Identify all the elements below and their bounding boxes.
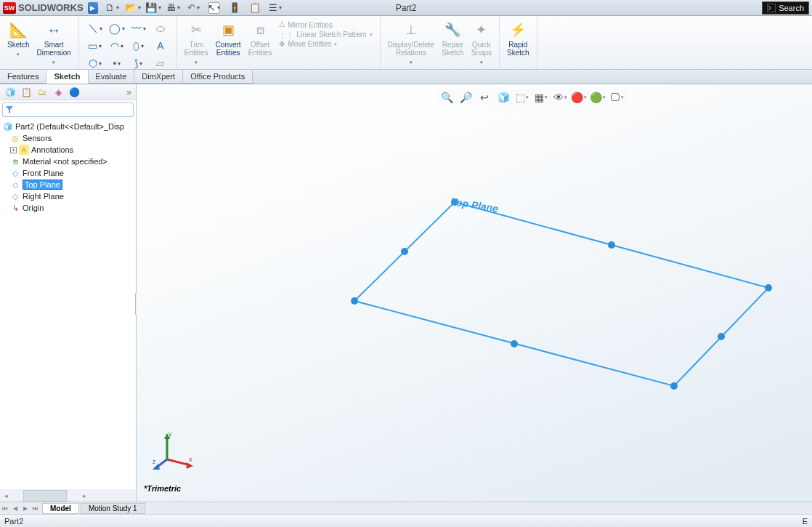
slot-tool[interactable]: ⬭	[150, 20, 171, 36]
svg-marker-14	[186, 462, 193, 469]
new-button[interactable]: 🗋	[107, 2, 118, 14]
filter-icon	[5, 105, 14, 114]
rectangle-tool[interactable]: ▭	[85, 38, 105, 54]
tree-root[interactable]: 🧊 Part2 (Default<<Default>_Disp	[0, 121, 136, 132]
annotations-icon: A	[19, 145, 29, 155]
mirror-label: Mirror Entities	[288, 21, 333, 29]
nav-prev-icon[interactable]: ◀	[10, 505, 20, 512]
display-style-icon[interactable]: ▦	[535, 91, 548, 104]
svg-text:z: z	[153, 458, 156, 465]
sketch-button[interactable]: 📐 Sketch	[4, 19, 33, 60]
snaps-icon: ✦	[476, 20, 487, 39]
sketch-label: Sketch	[7, 41, 30, 49]
nav-first-icon[interactable]: ⏮	[0, 505, 10, 512]
previous-view-icon[interactable]: ↩	[478, 91, 491, 104]
offset-icon: ⧈	[256, 20, 264, 39]
convert-entities-button[interactable]: ▣ Convert Entities	[213, 19, 244, 58]
tree-annotations-label: Annotations	[31, 145, 73, 154]
section-view-icon[interactable]: 🧊	[497, 91, 510, 104]
tree-filter-input[interactable]	[2, 102, 134, 117]
options-button[interactable]: ☰	[269, 2, 281, 14]
tree-front-plane[interactable]: ◇ Front Plane	[0, 167, 136, 179]
spline-tool[interactable]: 〰	[129, 20, 149, 36]
pattern-icon: ⋮⋮	[279, 31, 293, 39]
feature-manager-tab-icon[interactable]: 🧊	[4, 87, 16, 98]
dimension-icon: ↔	[46, 20, 61, 39]
graphics-viewport[interactable]: 🔍 🔎 ↩ 🧊 ⬚ ▦ 👁 🔴 🟢 🖵 Top Plane	[137, 84, 812, 502]
rapid-sketch-button[interactable]: ⚡ Rapid Sketch	[504, 19, 532, 58]
tree-annotations[interactable]: + A Annotations	[0, 144, 136, 156]
tab-features[interactable]: Features	[0, 70, 46, 84]
zoom-fit-icon[interactable]: 🔍	[440, 91, 453, 104]
select-button[interactable]: ↖	[208, 2, 220, 14]
smart-dimension-button[interactable]: ↔ Smart Dimension	[34, 19, 74, 68]
save-button[interactable]: 💾	[147, 2, 159, 14]
tab-dimxpert[interactable]: DimXpert	[134, 70, 183, 84]
feature-tree: 🧊 Part2 (Default<<Default>_Disp ◎ Sensor…	[0, 119, 136, 489]
expand-panel-icon[interactable]: »	[126, 87, 131, 97]
quick-snaps-button[interactable]: ✦ Quick Snaps	[468, 19, 495, 68]
tree-right-plane[interactable]: ◇ Right Plane	[0, 190, 136, 202]
view-settings-icon[interactable]: 🖵	[610, 91, 623, 104]
display-manager-tab-icon[interactable]: 🔵	[68, 87, 80, 98]
move-entities-button[interactable]: ✥Move Entities▾	[279, 40, 372, 48]
clipboard-button[interactable]: 📋	[249, 2, 261, 14]
svg-rect-0	[767, 4, 776, 12]
view-orientation-icon[interactable]: ⬚	[516, 91, 529, 104]
zoom-area-icon[interactable]: 🔎	[459, 91, 472, 104]
polygon-tool[interactable]: ⬡	[85, 55, 105, 71]
repair-icon: 🔧	[444, 20, 460, 39]
nav-last-icon[interactable]: ⏭	[31, 505, 41, 512]
fillet-tool[interactable]: ⟆	[129, 55, 149, 71]
origin-icon: ↳	[10, 203, 20, 213]
app-logo-icon: SW	[3, 2, 16, 14]
rebuild-button[interactable]: 🚦	[229, 2, 240, 14]
circle-tool[interactable]: ◯	[107, 20, 127, 36]
trim-entities-button[interactable]: ✂ Trim Entities	[182, 19, 211, 68]
trim-icon: ✂	[191, 20, 202, 39]
panel-toolbar: 🧊 📋 🗂 ◈ 🔵 »	[0, 84, 136, 100]
tab-sketch[interactable]: Sketch	[46, 70, 88, 84]
repair-sketch-button[interactable]: 🔧 Repair Sketch	[439, 19, 467, 58]
ellipse-tool[interactable]: ⬯	[129, 38, 149, 54]
sidebar-scrollbar[interactable]	[0, 489, 136, 502]
tab-office-products[interactable]: Office Products	[183, 70, 253, 84]
config-manager-tab-icon[interactable]: 🗂	[36, 87, 48, 98]
app-menu-button[interactable]: ▶	[88, 2, 98, 14]
tab-evaluate[interactable]: Evaluate	[89, 70, 135, 84]
orientation-label: *Trimetric	[144, 484, 181, 493]
tree-origin-label: Origin	[23, 204, 44, 212]
plane-tool[interactable]: ▱	[150, 55, 171, 71]
display-delete-relations-button[interactable]: ⊥ Display/Delete Relations	[385, 19, 437, 68]
property-manager-tab-icon[interactable]: 📋	[20, 87, 32, 98]
svg-point-9	[401, 248, 408, 255]
tree-material[interactable]: ≋ Material <not specified>	[0, 156, 136, 167]
point-tool[interactable]: •	[107, 55, 127, 71]
nav-next-icon[interactable]: ▶	[20, 505, 31, 512]
arc-tool[interactable]: ◠	[107, 38, 127, 54]
undo-button[interactable]: ↶	[188, 2, 200, 14]
feature-manager-panel: 🧊 📋 🗂 ◈ 🔵 » 🧊 Part2 (Default<<Default>_D…	[0, 84, 137, 502]
tab-motion-study[interactable]: Motion Study 1	[81, 503, 145, 514]
appearance-icon[interactable]: 🔴	[572, 91, 585, 104]
tree-origin[interactable]: ↳ Origin	[0, 202, 136, 214]
scene-icon[interactable]: 🟢	[591, 91, 604, 104]
search-box[interactable]: Search	[762, 1, 809, 15]
text-tool[interactable]: A	[150, 38, 171, 54]
offset-entities-button[interactable]: ⧈ Offset Entities	[245, 19, 275, 58]
tree-top-plane[interactable]: ◇ Top Plane	[0, 179, 136, 190]
smart-dimension-label: Smart Dimension	[37, 41, 71, 57]
hide-show-icon[interactable]: 👁	[553, 91, 567, 104]
expand-icon[interactable]: +	[10, 147, 17, 153]
linear-pattern-button[interactable]: ⋮⋮Linear Sketch Pattern▾	[279, 31, 372, 39]
tab-model[interactable]: Model	[42, 503, 79, 514]
dimxpert-tab-icon[interactable]: ◈	[52, 87, 64, 98]
open-button[interactable]: 📂	[127, 2, 139, 14]
dropdown-icon	[52, 58, 55, 66]
mirror-entities-button[interactable]: ⧊Mirror Entities	[279, 20, 372, 29]
line-tool[interactable]: ＼	[85, 20, 105, 36]
top-plane-outline	[137, 84, 812, 502]
rapid-icon: ⚡	[510, 20, 526, 39]
tree-sensors[interactable]: ◎ Sensors	[0, 132, 136, 144]
print-button[interactable]: 🖶	[168, 2, 179, 14]
